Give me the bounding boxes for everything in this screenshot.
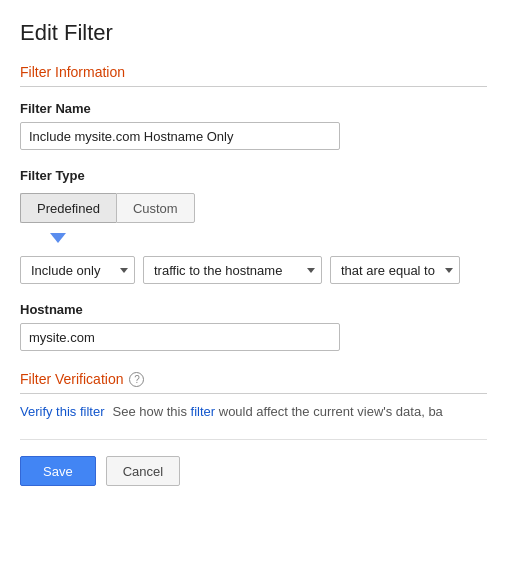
tab-predefined[interactable]: Predefined (20, 193, 116, 223)
verify-description: See how this filter would affect the cur… (113, 404, 443, 419)
filter-name-label: Filter Name (20, 101, 487, 116)
save-button[interactable]: Save (20, 456, 96, 486)
tab-custom[interactable]: Custom (116, 193, 195, 223)
cancel-button[interactable]: Cancel (106, 456, 180, 486)
svg-marker-0 (50, 233, 66, 243)
filter-information-section-label: Filter Information (20, 64, 125, 80)
filter-verification-label: Filter Verification (20, 371, 123, 387)
filter-type-label: Filter Type (20, 168, 487, 183)
filter-name-input[interactable] (20, 122, 340, 150)
dropdown-include-only[interactable]: Include only Exclude (20, 256, 135, 284)
hostname-label: Hostname (20, 302, 487, 317)
help-icon[interactable]: ? (129, 372, 144, 387)
dropdown-equal[interactable]: that are equal to that begin with that e… (330, 256, 460, 284)
filter-type-tabs: Predefined Custom (20, 193, 487, 223)
hostname-input[interactable] (20, 323, 340, 351)
filter-dropdowns: Include only Exclude traffic to the host… (20, 256, 487, 284)
action-buttons: Save Cancel (20, 456, 487, 486)
verify-filter-link[interactable]: Verify this filter (20, 404, 105, 419)
bottom-divider (20, 439, 487, 440)
predefined-tab-arrow (50, 231, 66, 246)
dropdown-traffic[interactable]: traffic to the hostname traffic to the s… (143, 256, 322, 284)
page-title: Edit Filter (20, 20, 487, 46)
